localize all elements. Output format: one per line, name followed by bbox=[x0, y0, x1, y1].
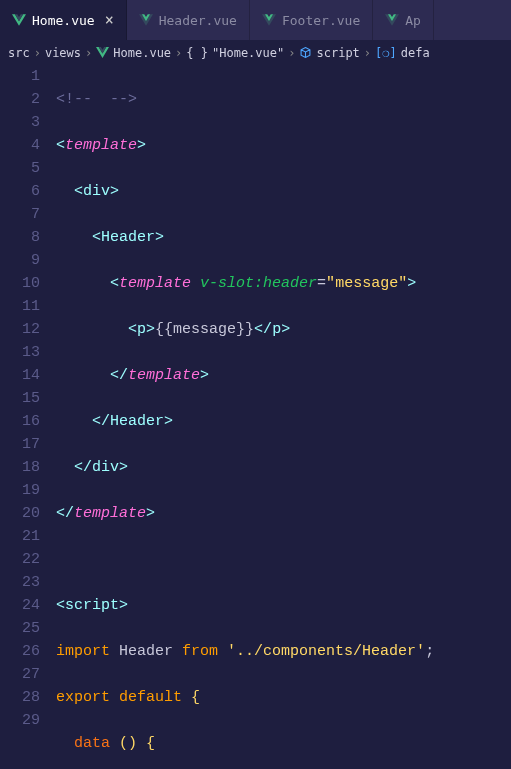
code-line[interactable]: <p>{{message}}</p> bbox=[56, 318, 511, 341]
brace-icon: { } bbox=[186, 46, 208, 60]
tab-label: Home.vue bbox=[32, 13, 95, 28]
breadcrumb-default[interactable]: defa bbox=[401, 46, 430, 60]
code-line[interactable]: <template v-slot:header="message"> bbox=[56, 272, 511, 295]
tab-label: Ap bbox=[405, 13, 421, 28]
code-line[interactable]: <Header> bbox=[56, 226, 511, 249]
code-line[interactable]: </Header> bbox=[56, 410, 511, 433]
code-line[interactable]: import Header from '../components/Header… bbox=[56, 640, 511, 663]
breadcrumb-script[interactable]: script bbox=[316, 46, 359, 60]
breadcrumb-file[interactable]: Home.vue bbox=[113, 46, 171, 60]
breadcrumb-region[interactable]: "Home.vue" bbox=[212, 46, 284, 60]
code-line[interactable]: data () { bbox=[56, 732, 511, 755]
chevron-icon: › bbox=[85, 46, 92, 60]
code-line[interactable]: <script> bbox=[56, 594, 511, 617]
code-editor[interactable]: 1234 5678 9101112 13141516 17181920 2122… bbox=[0, 65, 511, 769]
cube-icon bbox=[299, 47, 312, 58]
tab-header[interactable]: Header.vue bbox=[127, 0, 250, 40]
chevron-icon: › bbox=[175, 46, 182, 60]
code-line[interactable]: export default { bbox=[56, 686, 511, 709]
chevron-icon: › bbox=[288, 46, 295, 60]
breadcrumb-views[interactable]: views bbox=[45, 46, 81, 60]
breadcrumb: src › views › Home.vue › { } "Home.vue" … bbox=[0, 40, 511, 65]
code-line[interactable]: </template> bbox=[56, 502, 511, 525]
chevron-icon: › bbox=[34, 46, 41, 60]
tab-footer[interactable]: Footer.vue bbox=[250, 0, 373, 40]
line-number-gutter: 1234 5678 9101112 13141516 17181920 2122… bbox=[0, 65, 56, 769]
code-line[interactable]: <template> bbox=[56, 134, 511, 157]
vue-icon bbox=[12, 14, 26, 26]
vue-icon bbox=[262, 14, 276, 26]
code-line[interactable]: <!-- --> bbox=[56, 88, 511, 111]
code-line[interactable]: <div> bbox=[56, 180, 511, 203]
vue-icon bbox=[96, 47, 109, 58]
bracket-icon: [❍] bbox=[375, 46, 397, 60]
code-content[interactable]: <!-- --> <template> <div> <Header> <temp… bbox=[56, 65, 511, 769]
tab-app[interactable]: Ap bbox=[373, 0, 434, 40]
close-icon[interactable]: × bbox=[105, 11, 114, 29]
tab-label: Footer.vue bbox=[282, 13, 360, 28]
tab-home[interactable]: Home.vue × bbox=[0, 0, 127, 40]
vue-icon bbox=[385, 14, 399, 26]
tab-bar: Home.vue × Header.vue Footer.vue Ap bbox=[0, 0, 511, 40]
vue-icon bbox=[139, 14, 153, 26]
code-line[interactable]: </template> bbox=[56, 364, 511, 387]
chevron-icon: › bbox=[364, 46, 371, 60]
code-line[interactable]: </div> bbox=[56, 456, 511, 479]
code-line[interactable] bbox=[56, 548, 511, 571]
breadcrumb-src[interactable]: src bbox=[8, 46, 30, 60]
tab-label: Header.vue bbox=[159, 13, 237, 28]
